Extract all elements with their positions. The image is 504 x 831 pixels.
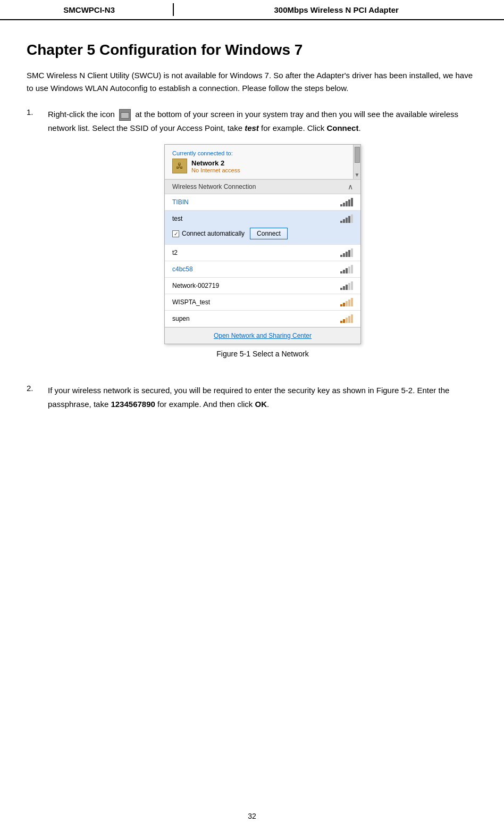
step-2-passphrase: 1234567890 (111, 400, 155, 409)
bar2 (343, 286, 345, 290)
network-test-top: test (165, 211, 360, 225)
network002719-label: Network-002719 (172, 282, 219, 289)
bar3 (346, 201, 348, 206)
step-1-text-before: Right-click the icon (48, 110, 115, 119)
wispta-label: WISPTA_test (172, 298, 210, 306)
step-2-text-after: for example. And then click (157, 400, 253, 409)
t2-signal (340, 248, 353, 257)
network-tray-icon (119, 109, 131, 121)
step-2-content: If your wireless network is secured, you… (48, 384, 477, 411)
panel-footer: Open Network and Sharing Center (165, 327, 360, 344)
screenshot-container: Currently connected to: 🖧 Network 2 No I… (48, 144, 477, 369)
test-label: test (172, 215, 182, 222)
c4bc58-signal (340, 265, 353, 273)
connected-label: Currently connected to: (172, 150, 346, 156)
network-test-actions: ✓ Connect automatically Connect (165, 225, 360, 244)
scrollbar[interactable]: ▼ (353, 145, 360, 179)
bar1 (340, 271, 342, 273)
step-2-text-end: . (267, 400, 269, 409)
bar2 (343, 253, 345, 257)
c4bc58-label: c4bc58 (172, 265, 193, 273)
connect-auto-label[interactable]: ✓ Connect automatically (172, 230, 245, 237)
network-c4bc58[interactable]: c4bc58 (165, 261, 360, 278)
intro-paragraph: SMC Wireless N Client Utility (SWCU) is … (27, 69, 477, 95)
page-number: 32 (0, 812, 504, 820)
step-1-num: 1. (27, 107, 48, 117)
bar1 (340, 204, 342, 206)
step-2-ok: OK (255, 400, 267, 409)
test-signal (340, 214, 353, 223)
header-model: SMCWPCI-N3 (11, 5, 167, 14)
scrollbar-arrow-down[interactable]: ▼ (355, 172, 360, 178)
wireless-section-header[interactable]: Wireless Network Connection ∧ (165, 179, 360, 194)
wireless-section-label: Wireless Network Connection (172, 183, 256, 190)
no-internet-text: No Internet access (191, 167, 240, 173)
bar3-dim (346, 301, 348, 306)
step-1-content: Right-click the icon at the bottom of yo… (48, 107, 477, 374)
step-1-text-final: . (358, 123, 360, 132)
bar5-dim (351, 281, 353, 290)
step-1-text: Right-click the icon at the bottom of yo… (48, 107, 477, 135)
supen-label: supen (172, 315, 190, 322)
t2-label: t2 (172, 249, 178, 256)
network-2-icon: 🖧 (172, 159, 187, 173)
network002719-signal (340, 281, 353, 290)
network-supen[interactable]: supen (165, 311, 360, 327)
step-2-num: 2. (27, 384, 48, 393)
step-1: 1. Right-click the icon at the bottom of… (27, 107, 477, 374)
connect-auto-text: Connect automatically (182, 230, 245, 237)
panel-connected-section: Currently connected to: 🖧 Network 2 No I… (165, 145, 360, 179)
step-1-bold-end: Connect (326, 123, 358, 132)
figure-caption: Figure 5-1 Select a Network (216, 350, 309, 358)
step-1-text-end: for example. Click (261, 123, 324, 132)
tibin-signal (340, 198, 353, 206)
bar2 (343, 203, 345, 206)
header-bar: SMCWPCI-N3 300Mbps Wireless N PCI Adapte… (0, 0, 504, 20)
tibin-label: TIBIN (172, 198, 189, 206)
connect-button[interactable]: Connect (250, 228, 288, 239)
expand-icon: ∧ (348, 182, 353, 191)
bar1 (340, 288, 342, 290)
supen-signal (340, 314, 353, 323)
bar1 (340, 255, 342, 257)
bar4 (348, 200, 350, 206)
page-content: Chapter 5 Configuration for Windows 7 SM… (0, 20, 504, 442)
connected-network-name: Network 2 (191, 159, 240, 167)
step-1-bold-word: test (245, 123, 259, 132)
open-network-sharing-link[interactable]: Open Network and Sharing Center (214, 332, 312, 339)
bar1 (340, 321, 342, 323)
bar3 (346, 268, 348, 273)
bar4-dim (348, 300, 350, 306)
header-product: 300Mbps Wireless N PCI Adapter (179, 5, 493, 14)
step-2: 2. If your wireless network is secured, … (27, 384, 477, 411)
bar2 (343, 270, 345, 273)
network-wispta-test[interactable]: WISPTA_test (165, 294, 360, 311)
bar4 (348, 250, 350, 257)
bar5 (351, 198, 353, 206)
network-002719[interactable]: Network-002719 (165, 278, 360, 294)
bar1 (340, 304, 342, 306)
bar2 (343, 319, 345, 323)
bar3 (346, 252, 348, 257)
bar4-dim (348, 283, 350, 290)
network-test-selected[interactable]: test ✓ Conne (165, 211, 360, 245)
connect-auto-checkbox[interactable]: ✓ (172, 230, 179, 237)
bar4 (348, 216, 350, 223)
network-tibin[interactable]: TIBIN (165, 194, 360, 211)
network-info: Network 2 No Internet access (191, 159, 240, 173)
screenshot-panel: Currently connected to: 🖧 Network 2 No I… (164, 144, 361, 344)
bar4-dim (348, 316, 350, 323)
bar1 (340, 221, 342, 223)
bar5-dim (351, 265, 353, 273)
step-2-text: If your wireless network is secured, you… (48, 384, 477, 411)
bar5-dim (351, 214, 353, 223)
bar3 (346, 285, 348, 290)
bar3-dim (346, 318, 348, 323)
bar3 (346, 218, 348, 223)
bar4-dim (348, 267, 350, 273)
network-t2[interactable]: t2 (165, 245, 360, 261)
chapter-heading: Chapter 5 Configuration for Windows 7 (27, 41, 477, 59)
scrollbar-thumb[interactable] (355, 147, 360, 163)
bar5-dim (351, 314, 353, 323)
connected-network: 🖧 Network 2 No Internet access (172, 159, 346, 173)
